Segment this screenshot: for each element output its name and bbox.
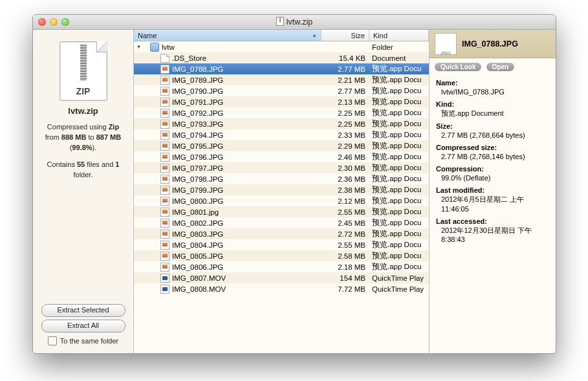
table-row[interactable]: IMG_0795.JPG2.29 MB预览.app Docu [134, 140, 429, 151]
table-row[interactable]: IMG_0805.JPG2.58 MB预览.app Docu [134, 250, 429, 261]
jpeg-file-icon [160, 142, 169, 151]
jpeg-file-icon [160, 186, 169, 195]
document-proxy-icon [276, 17, 284, 28]
file-name: IMG_0796.JPG [172, 153, 223, 161]
jpeg-file-icon [160, 109, 169, 118]
file-name: IMG_0795.JPG [172, 142, 223, 150]
file-size: 2.21 MB [321, 76, 369, 84]
jpeg-file-icon [160, 219, 169, 228]
jpeg-file-icon [160, 252, 169, 261]
detail-size-label: Size: [436, 122, 549, 130]
file-size: 2.33 MB [321, 131, 369, 139]
file-size: 2.36 MB [321, 175, 369, 183]
file-size: 2.77 MB [321, 65, 369, 73]
file-name: IMG_0807.MOV [172, 274, 226, 282]
file-size: 2.25 MB [321, 109, 369, 117]
file-size: 2.13 MB [321, 98, 369, 106]
table-row[interactable]: .DS_Store15.4 KBDocument [134, 52, 429, 63]
table-row[interactable]: IMG_0791.JPG2.13 MB预览.app Docu [134, 96, 429, 107]
file-name: IMG_0788.JPG [172, 65, 223, 73]
jpeg-file-icon [160, 197, 169, 206]
file-size: 154 MB [321, 274, 369, 282]
file-size: 2.46 MB [321, 153, 369, 161]
file-name: IMG_0791.JPG [172, 98, 223, 106]
zip-badge: ZIP [60, 86, 107, 96]
table-row[interactable]: IMG_0800.JPG2.12 MB预览.app Docu [134, 195, 429, 206]
file-name: IMG_0793.JPG [172, 120, 223, 128]
table-row[interactable]: ▼lvtwFolder [134, 41, 429, 52]
archive-filename: lvtw.zip [68, 106, 98, 116]
close-window-button[interactable] [38, 18, 46, 26]
jpeg-file-icon [160, 241, 169, 250]
same-folder-checkbox[interactable] [48, 336, 57, 345]
titlebar[interactable]: lvtw.zip [33, 15, 556, 30]
table-row[interactable]: IMG_0797.JPG2.30 MB预览.app Docu [134, 162, 429, 173]
table-row[interactable]: IMG_0790.JPG2.77 MB预览.app Docu [134, 85, 429, 96]
file-size: 2.12 MB [321, 197, 369, 205]
file-kind: 预览.app Docu [369, 141, 429, 151]
archive-summary: Compressed using Zip from 888 MB to 887 … [45, 122, 121, 180]
file-name: IMG_0797.JPG [172, 164, 223, 172]
column-header-kind[interactable]: Kind [369, 30, 429, 41]
file-kind: 预览.app Docu [369, 163, 429, 173]
quicktime-file-icon [160, 285, 169, 294]
file-name: IMG_0801.jpg [172, 208, 219, 216]
file-name: IMG_0800.JPG [172, 197, 223, 205]
summary-panel: ZIP lvtw.zip Compressed using Zip from 8… [33, 30, 134, 353]
file-kind: 预览.app Docu [369, 119, 429, 129]
detail-compression-label: Compression: [436, 165, 549, 173]
column-header-name[interactable]: Name▲ [134, 30, 321, 41]
jpeg-file-icon [160, 175, 169, 184]
open-button[interactable]: Open [486, 63, 515, 71]
jpeg-file-icon [160, 208, 169, 217]
table-row[interactable]: IMG_0801.jpg2.55 MB预览.app Docu [134, 206, 429, 217]
table-row[interactable]: IMG_0807.MOV154 MBQuickTime Play [134, 272, 429, 283]
table-row[interactable]: IMG_0802.JPG2.45 MB预览.app Docu [134, 217, 429, 228]
table-row[interactable]: IMG_0792.JPG2.25 MB预览.app Docu [134, 107, 429, 118]
svg-rect-1 [279, 17, 281, 23]
table-row[interactable]: IMG_0803.JPG2.72 MB预览.app Docu [134, 228, 429, 239]
jpeg-file-icon [160, 230, 169, 239]
quick-look-button[interactable]: Quick Look [435, 63, 481, 71]
column-headers: Name▲ Size Kind [134, 30, 429, 41]
table-row[interactable]: IMG_0804.JPG2.55 MB预览.app Docu [134, 239, 429, 250]
window-title: lvtw.zip [33, 17, 556, 28]
table-row[interactable]: IMG_0798.JPG2.36 MB预览.app Docu [134, 173, 429, 184]
file-kind: 预览.app Docu [369, 130, 429, 140]
file-name: IMG_0799.JPG [172, 186, 223, 194]
file-kind: 预览.app Docu [369, 152, 429, 162]
file-kind: 预览.app Docu [369, 75, 429, 85]
table-row[interactable]: IMG_0788.JPG2.77 MB预览.app Docu [134, 63, 429, 74]
jpeg-file-icon [435, 33, 457, 55]
table-row[interactable]: IMG_0789.JPG2.21 MB预览.app Docu [134, 74, 429, 85]
extract-selected-button[interactable]: Extract Selected [41, 304, 125, 317]
disclosure-triangle-icon[interactable]: ▼ [135, 44, 142, 50]
file-kind: 预览.app Docu [369, 207, 429, 217]
table-row[interactable]: IMG_0799.JPG2.38 MB预览.app Docu [134, 184, 429, 195]
jpeg-file-icon [160, 153, 169, 162]
table-row[interactable]: IMG_0794.JPG2.33 MB预览.app Docu [134, 129, 429, 140]
table-row[interactable]: IMG_0796.JPG2.46 MB预览.app Docu [134, 151, 429, 162]
file-kind: 预览.app Docu [369, 218, 429, 228]
minimize-window-button[interactable] [50, 18, 58, 26]
jpeg-file-icon [160, 131, 169, 140]
file-name: .DS_Store [172, 54, 206, 62]
folder-icon [150, 43, 159, 52]
file-kind: QuickTime Play [369, 274, 429, 282]
svg-rect-0 [276, 17, 283, 25]
extract-all-button[interactable]: Extract All [41, 320, 125, 332]
file-kind: Folder [369, 43, 429, 51]
column-header-size[interactable]: Size [321, 30, 369, 41]
table-row[interactable]: IMG_0793.JPG2.25 MB预览.app Docu [134, 118, 429, 129]
detail-compressed-size-label: Compressed size: [436, 144, 549, 151]
table-row[interactable]: IMG_0806.JPG2.18 MB预览.app Docu [134, 261, 429, 272]
file-name: IMG_0808.MOV [172, 285, 226, 293]
file-name: IMG_0803.JPG [172, 230, 223, 238]
file-kind: 预览.app Docu [369, 108, 429, 118]
detail-modified-label: Last modified: [436, 186, 549, 194]
zoom-window-button[interactable] [61, 18, 69, 26]
file-kind: 预览.app Docu [369, 86, 429, 96]
detail-accessed-label: Last accessed: [436, 217, 549, 225]
file-name: IMG_0794.JPG [172, 131, 223, 139]
table-row[interactable]: IMG_0808.MOV7.72 MBQuickTime Play [134, 283, 429, 294]
